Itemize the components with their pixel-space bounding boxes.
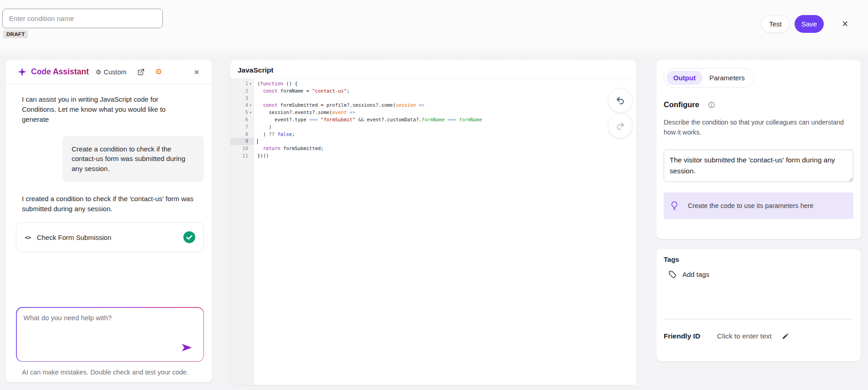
code-gutter: 1▾234▾5▾67891011 [230,79,254,385]
save-button[interactable]: Save [795,15,824,33]
add-tags-button[interactable]: Add tags [668,270,709,279]
gutter-line-1[interactable]: 1▾ [230,80,254,88]
configure-description: Describe the condition so that your coll… [664,117,853,137]
gutter-line-7: 7 [230,124,254,131]
gutter-line-8: 8 [230,131,254,138]
check-circle-icon [183,231,195,243]
tag-icon [668,270,677,279]
tab-output[interactable]: Output [666,71,702,85]
assistant-mode-selector[interactable]: ⚙ Custom [96,68,127,76]
info-icon[interactable] [708,101,715,109]
gutter-line-9: 9 [230,138,254,145]
code-line-9[interactable] [257,138,636,145]
gutter-line-10: 10 [230,145,254,152]
assistant-title: Code Assistant [31,67,89,77]
fold-arrow-icon: ▾ [248,80,253,88]
chat-input-container [16,307,204,362]
code-line-7[interactable]: ) [257,124,636,131]
assistant-mode-label: Custom [104,68,126,76]
code-line-4[interactable]: const formSubmitted = profile?.sessions?… [257,102,636,109]
gutter-line-4[interactable]: 4▾ [230,102,254,109]
gutter-line-3: 3 [230,95,254,102]
configure-heading: Configure [664,100,699,109]
tags-card: Tags Add tags Friendly ID Click to enter… [656,249,861,361]
condition-name-input[interactable] [2,9,163,28]
send-icon[interactable] [182,343,192,352]
user-message-bubble: Create a condition to check if the conta… [62,136,204,182]
friendly-id-label: Friendly ID [664,332,700,340]
divider [664,319,853,319]
editor-history-controls [608,88,633,138]
redo-icon [615,121,625,131]
sparkle-icon [17,67,27,77]
tip-text: Create the code to use its parameters he… [688,202,814,209]
assistant-header: Code Assistant ⚙ Custom ⚙ × [5,60,212,84]
friendly-id-value[interactable]: Click to enter text [717,332,772,340]
test-button[interactable]: Test [761,15,790,33]
fold-arrow-icon: ▾ [248,102,253,109]
code-line-6[interactable]: event?.type === "formSubmit" && event?.c… [257,116,636,124]
draft-status-badge: DRAFT [3,30,28,38]
chat-input[interactable] [17,308,203,361]
code-icon: <> [25,234,31,241]
code-line-1[interactable]: (function () { [257,80,636,88]
assistant-message: I created a condition to check if the 'c… [22,194,201,214]
code-line-11[interactable]: })() [257,152,636,160]
add-tags-label: Add tags [682,270,709,278]
code-editor[interactable]: 1▾234▾5▾67891011 (function () { const fo… [230,79,636,385]
gutter-line-5[interactable]: 5▾ [230,109,254,116]
close-icon[interactable]: × [840,19,850,29]
code-line-3[interactable] [257,95,636,102]
tab-parameters[interactable]: Parameters [702,71,752,85]
assistant-chat: I can assist you in writing JavaScript c… [5,84,212,382]
ai-disclaimer: AI can make mistakes. Double check and t… [22,369,204,376]
pencil-icon[interactable] [782,333,789,340]
assistant-close-icon[interactable]: × [194,68,199,77]
code-line-10[interactable]: return formSubmitted; [257,145,636,152]
output-parameters-tabs: Output Parameters [664,68,754,88]
redo-button[interactable] [608,114,633,138]
generated-code-card[interactable]: <> Check Form Submission [16,222,204,252]
code-line-2[interactable]: const formName = "contact-us"; [257,88,636,95]
undo-button[interactable] [608,88,633,113]
topbar-actions: Test Save × [761,15,850,33]
gutter-line-2: 2 [230,88,254,95]
lightbulb-icon [671,201,678,210]
settings-gear-icon[interactable]: ⚙ [155,68,162,76]
output-config-card: Output Parameters Configure Describe the… [656,60,861,239]
editor-language-title: JavaScript [230,60,636,79]
tags-heading: Tags [664,255,853,263]
code-assistant-panel: Code Assistant ⚙ Custom ⚙ × I can assist… [5,60,212,382]
fold-arrow-icon: ▾ [248,109,253,116]
code-line-8[interactable]: ) ?? false; [257,131,636,138]
gutter-line-6: 6 [230,116,254,124]
gutter-line-11: 11 [230,152,254,160]
text-cursor [257,139,258,144]
parameters-tip-box: Create the code to use its parameters he… [664,192,853,219]
open-external-icon[interactable] [137,68,145,76]
code-editor-panel: JavaScript 1▾234▾5▾67891011 (function ()… [230,60,636,385]
gear-icon: ⚙ [96,68,102,76]
condition-description-textarea[interactable]: The visitor submitted the 'contact-us' f… [664,150,853,182]
code-card-title: Check Form Submission [37,234,111,241]
undo-icon [615,95,625,105]
code-line-5[interactable]: session?.events?.some(event => [257,109,636,116]
assistant-message: I can assist you in writing JavaScript c… [22,94,177,125]
code-content[interactable]: (function () { const formName = "contact… [254,79,636,385]
